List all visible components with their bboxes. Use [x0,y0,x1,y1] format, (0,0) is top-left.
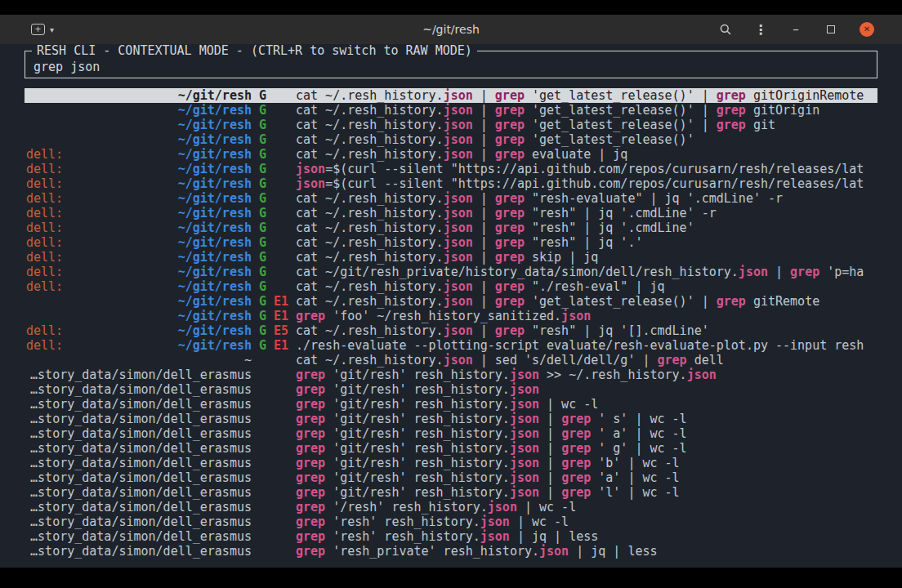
git-flag: G [259,191,266,206]
match-highlight: json [444,147,473,162]
history-row[interactable]: …story_data/simon/dell_erasmusgrep 'git/… [25,382,877,397]
directory-label: …story_data/simon/dell_erasmus [30,397,252,412]
match-highlight: grep [296,544,325,559]
directory-label: ~/git/resh [178,309,252,323]
git-flag: G [259,294,266,309]
git-flag: G [259,118,266,132]
match-highlight: grep [495,118,525,132]
history-row[interactable]: dell:~/git/reshGcat ~/git/resh_private/h… [25,265,877,279]
match-highlight: grep [296,309,325,323]
command-text: grep 'git/resh' resh_history.json | wc -… [296,397,877,412]
close-button[interactable]: ✕ [860,22,874,37]
host-label: dell: [26,162,63,176]
history-row[interactable]: dell:~/git/reshGcat ~/.resh_history.json… [25,220,877,235]
history-row[interactable]: …story_data/simon/dell_erasmusgrep 'resh… [25,544,877,559]
git-flag: G [259,132,266,147]
history-row[interactable]: dell:~/git/reshGcat ~/.resh_history.json… [25,279,877,294]
minimize-button[interactable]: – [789,22,802,37]
match-highlight: grep [717,118,746,132]
menu-button[interactable]: ⋮ [754,22,767,38]
history-row[interactable]: dell:~/git/reshG E5cat ~/.resh_history.j… [25,323,877,338]
match-highlight: json [444,294,473,309]
row-left-column: …story_data/simon/dell_erasmus [26,470,252,485]
history-row[interactable]: dell:~/git/reshGcat ~/.resh_history.json… [25,206,877,220]
directory-label: …story_data/simon/dell_erasmus [30,470,252,485]
history-row[interactable]: …story_data/simon/dell_erasmusgrep 'git/… [25,397,877,412]
row-flags: G [252,88,296,103]
history-row[interactable]: …story_data/simon/dell_erasmusgrep '/res… [25,500,877,514]
match-highlight: grep [296,514,325,529]
row-left-column: …story_data/simon/dell_erasmus [26,529,252,544]
history-row[interactable]: dell:~/git/reshGjson=$(curl --silent "ht… [25,162,877,176]
history-row[interactable]: ~/git/reshGcat ~/.resh_history.json | gr… [25,118,877,132]
row-left-column: dell:~/git/resh [26,206,252,220]
history-row[interactable]: dell:~/git/reshGjson=$(curl --silent "ht… [25,176,877,191]
row-left-column: dell:~/git/resh [26,235,252,250]
search-box-title: RESH CLI - CONTEXTUAL MODE - (CTRL+R to … [32,44,477,58]
history-row[interactable]: …story_data/simon/dell_erasmusgrep 'git/… [25,412,877,426]
history-row[interactable]: …story_data/simon/dell_erasmusgrep 'git/… [25,470,877,485]
host-label: dell: [26,191,63,206]
row-left-column: …story_data/simon/dell_erasmus [26,397,252,412]
restore-button[interactable] [824,25,837,33]
history-row[interactable]: …story_data/simon/dell_erasmusgrep 'resh… [25,514,877,529]
exit-code-flag: E1 [274,338,288,353]
git-flag: G [259,250,266,265]
row-left-column: dell:~/git/resh [26,147,252,162]
history-row[interactable]: ~/git/reshGcat ~/.resh_history.json | gr… [25,88,877,103]
search-query-input[interactable]: grep json [33,60,869,74]
match-highlight: grep [495,206,525,220]
command-text: cat ~/.resh_history.json | grep "resh" |… [296,206,877,220]
directory-label: …story_data/simon/dell_erasmus [30,368,252,382]
directory-label: ~/git/resh [178,265,252,279]
command-text: grep 'resh' resh_history.json | jq | les… [296,529,877,544]
directory-label: ~/git/resh [178,220,252,235]
history-row[interactable]: …story_data/simon/dell_erasmusgrep 'resh… [25,529,877,544]
history-row[interactable]: ~/git/reshG E1cat ~/.resh_history.json |… [25,294,877,309]
directory-label: …story_data/simon/dell_erasmus [30,500,252,514]
row-flags [252,397,296,412]
row-left-column: …story_data/simon/dell_erasmus [26,426,252,441]
row-left-column: …story_data/simon/dell_erasmus [26,514,252,529]
history-row[interactable]: ~/git/reshGcat ~/.resh_history.json | gr… [25,103,877,118]
history-row[interactable]: dell:~/git/reshGcat ~/.resh_history.json… [25,147,877,162]
match-highlight: json [444,206,473,220]
match-highlight: json [488,500,517,514]
row-flags [252,544,296,559]
directory-label: ~/git/resh [178,294,252,309]
history-row[interactable]: …story_data/simon/dell_erasmusgrep 'git/… [25,441,877,456]
row-left-column: …story_data/simon/dell_erasmus [26,456,252,470]
history-row[interactable]: dell:~/git/reshGcat ~/.resh_history.json… [25,235,877,250]
history-row[interactable]: dell:~/git/reshGcat ~/.resh_history.json… [25,191,877,206]
match-highlight: json [296,176,325,191]
history-row[interactable]: ~/git/reshGcat ~/.resh_history.json | gr… [25,132,877,147]
history-row[interactable]: ~cat ~/.resh_history.json | sed 's/dell/… [25,353,877,368]
match-highlight: json [444,235,473,250]
history-row[interactable]: ~/git/reshG E1grep 'foo' ~/resh_history_… [25,309,877,323]
match-highlight: grep [495,88,525,103]
row-left-column: …story_data/simon/dell_erasmus [26,500,252,514]
history-row[interactable]: …story_data/simon/dell_erasmusgrep 'git/… [25,485,877,500]
search-button[interactable] [719,23,732,36]
history-row[interactable]: dell:~/git/reshGcat ~/.resh_history.json… [25,250,877,265]
match-highlight: grep [495,147,525,162]
row-left-column: ~/git/resh [26,132,252,147]
history-row[interactable]: dell:~/git/reshG E1./resh-evaluate --plo… [25,338,877,353]
match-highlight: json [444,132,473,147]
command-text: cat ~/.resh_history.json | grep "resh" |… [296,323,877,338]
match-highlight: grep [296,470,325,485]
match-highlight: grep [296,368,325,382]
match-highlight: json [510,397,539,412]
directory-label: ~/git/resh [178,323,252,338]
new-tab-button[interactable]: + ▾ [31,24,54,35]
row-left-column: …story_data/simon/dell_erasmus [26,485,252,500]
history-row[interactable]: …story_data/simon/dell_erasmusgrep 'git/… [25,426,877,441]
directory-label: ~/git/resh [178,162,252,176]
history-row[interactable]: …story_data/simon/dell_erasmusgrep 'git/… [25,456,877,470]
history-row[interactable]: …story_data/simon/dell_erasmusgrep 'git/… [25,368,877,382]
directory-label: ~/git/resh [178,132,252,147]
command-text: cat ~/git/resh_private/history_data/simo… [296,265,877,279]
match-highlight: json [510,412,539,426]
command-text: grep 'git/resh' resh_history.json | grep… [296,412,877,426]
match-highlight: json [510,456,539,470]
